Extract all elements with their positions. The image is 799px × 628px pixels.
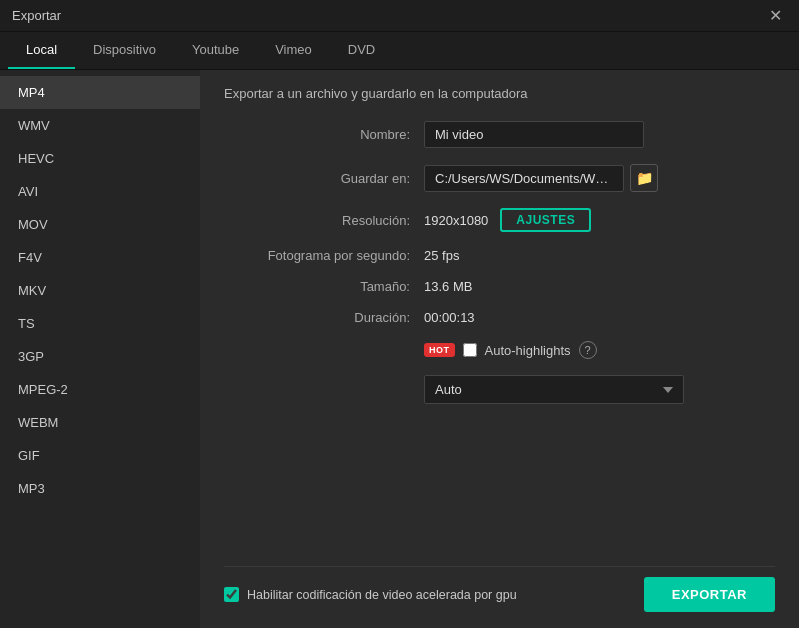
tamano-value: 13.6 MB (424, 279, 472, 294)
tab-dispositivo[interactable]: Dispositivo (75, 31, 174, 69)
main-area: MP4 WMV HEVC AVI MOV F4V MKV TS 3GP MPEG… (0, 70, 799, 628)
path-row: 📁 (424, 164, 658, 192)
guardar-input[interactable] (424, 165, 624, 192)
fotograma-value: 25 fps (424, 248, 459, 263)
tab-local[interactable]: Local (8, 31, 75, 69)
sidebar-item-mp4[interactable]: MP4 (0, 76, 200, 109)
resolucion-value: 1920x1080 (424, 213, 488, 228)
nombre-row: Nombre: (224, 121, 775, 148)
content-description: Exportar a un archivo y guardarlo en la … (224, 86, 775, 101)
sidebar-item-hevc[interactable]: HEVC (0, 142, 200, 175)
duracion-label: Duración: (224, 310, 424, 325)
dialog-title: Exportar (12, 8, 61, 23)
resolucion-label: Resolución: (224, 213, 424, 228)
sidebar-item-mp3[interactable]: MP3 (0, 472, 200, 505)
fotograma-row: Fotograma por segundo: 25 fps (224, 248, 775, 263)
export-content: Exportar a un archivo y guardarlo en la … (200, 70, 799, 628)
format-sidebar: MP4 WMV HEVC AVI MOV F4V MKV TS 3GP MPEG… (0, 70, 200, 628)
sidebar-item-webm[interactable]: WEBM (0, 406, 200, 439)
footer-left: Habilitar codificación de video acelerad… (224, 587, 517, 602)
gpu-acceleration-label[interactable]: Habilitar codificación de video acelerad… (247, 588, 517, 602)
help-icon[interactable]: ? (579, 341, 597, 359)
sidebar-item-f4v[interactable]: F4V (0, 241, 200, 274)
auto-dropdown[interactable]: Auto Manual (424, 375, 684, 404)
sidebar-item-gif[interactable]: GIF (0, 439, 200, 472)
ajustes-button[interactable]: AJUSTES (500, 208, 591, 232)
tab-youtube[interactable]: Youtube (174, 31, 257, 69)
nombre-input[interactable] (424, 121, 644, 148)
close-button[interactable]: ✕ (763, 4, 787, 28)
resolucion-row: Resolución: 1920x1080 AJUSTES (224, 208, 775, 232)
dropdown-row: Auto Manual (424, 375, 775, 404)
hot-badge: HOT (424, 343, 455, 357)
sidebar-item-mov[interactable]: MOV (0, 208, 200, 241)
sidebar-item-mpeg2[interactable]: MPEG-2 (0, 373, 200, 406)
res-value-row: 1920x1080 AJUSTES (424, 208, 591, 232)
nombre-label: Nombre: (224, 127, 424, 142)
auto-highlights-row: HOT Auto-highlights ? (424, 341, 775, 359)
guardar-label: Guardar en: (224, 171, 424, 186)
tamano-label: Tamaño: (224, 279, 424, 294)
folder-icon: 📁 (636, 170, 653, 186)
tamano-row: Tamaño: 13.6 MB (224, 279, 775, 294)
duracion-row: Duración: 00:00:13 (224, 310, 775, 325)
guardar-row: Guardar en: 📁 (224, 164, 775, 192)
export-button[interactable]: EXPORTAR (644, 577, 775, 612)
tab-bar: Local Dispositivo Youtube Vimeo DVD (0, 32, 799, 70)
tab-dvd[interactable]: DVD (330, 31, 393, 69)
gpu-acceleration-checkbox[interactable] (224, 587, 239, 602)
folder-browse-button[interactable]: 📁 (630, 164, 658, 192)
fotograma-label: Fotograma por segundo: (224, 248, 424, 263)
sidebar-item-3gp[interactable]: 3GP (0, 340, 200, 373)
footer: Habilitar codificación de video acelerad… (224, 566, 775, 612)
auto-highlights-label[interactable]: Auto-highlights (485, 343, 571, 358)
tab-vimeo[interactable]: Vimeo (257, 31, 330, 69)
sidebar-item-avi[interactable]: AVI (0, 175, 200, 208)
duracion-value: 00:00:13 (424, 310, 475, 325)
sidebar-item-wmv[interactable]: WMV (0, 109, 200, 142)
title-bar: Exportar ✕ (0, 0, 799, 32)
auto-highlights-checkbox[interactable] (463, 343, 477, 357)
sidebar-item-mkv[interactable]: MKV (0, 274, 200, 307)
sidebar-item-ts[interactable]: TS (0, 307, 200, 340)
